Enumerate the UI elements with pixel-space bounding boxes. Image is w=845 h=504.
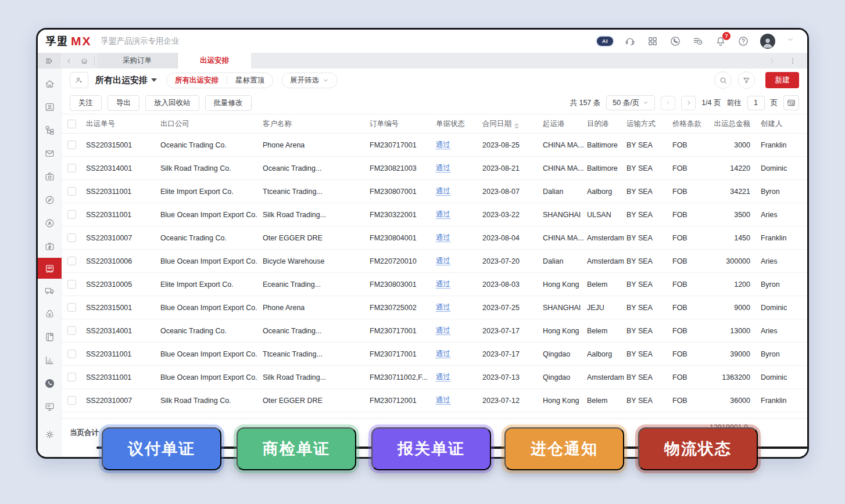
status-link[interactable]: 通过 bbox=[436, 233, 450, 242]
row-checkbox[interactable] bbox=[67, 164, 76, 172]
page-size-select[interactable]: 50 条/页 bbox=[606, 95, 655, 110]
notification-bell-icon[interactable]: 7 bbox=[715, 35, 726, 47]
table-row[interactable]: SS220314001 Oceanic Trading Co. Oceanic … bbox=[62, 319, 807, 343]
expand-filter-button[interactable]: 展开筛选 bbox=[281, 73, 338, 88]
row-checkbox[interactable] bbox=[67, 141, 76, 149]
user-avatar[interactable] bbox=[760, 34, 775, 49]
row-checkbox[interactable] bbox=[67, 257, 76, 265]
collapse-sidebar-icon[interactable] bbox=[38, 53, 61, 69]
apps-grid-icon[interactable] bbox=[647, 35, 658, 47]
money-bag-icon[interactable] bbox=[38, 302, 62, 325]
cell-price-terms: FOB bbox=[672, 164, 713, 172]
user-filter-icon[interactable] bbox=[70, 72, 88, 88]
recycle-bin-button[interactable]: 放入回收站 bbox=[145, 95, 199, 111]
status-link[interactable]: 通过 bbox=[436, 210, 450, 218]
status-link[interactable]: 通过 bbox=[436, 187, 450, 195]
task-history-icon[interactable] bbox=[692, 35, 704, 47]
mail-icon[interactable] bbox=[38, 142, 62, 165]
org-hierarchy-icon[interactable] bbox=[38, 118, 62, 142]
warehouse-notice-button[interactable]: 进仓通知 bbox=[504, 427, 624, 470]
nav-back-icon[interactable] bbox=[62, 57, 77, 65]
row-checkbox[interactable] bbox=[67, 373, 76, 381]
status-link[interactable]: 通过 bbox=[436, 164, 450, 172]
more-options-icon[interactable] bbox=[785, 57, 800, 65]
row-checkbox[interactable] bbox=[67, 233, 76, 242]
cell-creator: Aries bbox=[755, 327, 804, 335]
headset-support-icon[interactable] bbox=[624, 35, 636, 47]
row-checkbox[interactable] bbox=[67, 187, 76, 196]
table-row[interactable]: SS220315001 Blue Ocean Import Export Co.… bbox=[62, 296, 807, 319]
view-selector[interactable]: 所有出运安排 bbox=[95, 75, 157, 86]
tab-purchase-orders[interactable]: 采购订单 bbox=[97, 53, 178, 69]
filter-starred-top[interactable]: 星标置顶 bbox=[227, 73, 273, 88]
table-row[interactable]: SS220311001 Elite Import Export Co. Ttce… bbox=[62, 180, 807, 203]
row-checkbox[interactable] bbox=[67, 396, 76, 405]
row-checkbox[interactable] bbox=[67, 303, 76, 312]
col-header-creator: 创建人 bbox=[755, 119, 804, 129]
row-checkbox[interactable] bbox=[67, 350, 76, 358]
row-checkbox[interactable] bbox=[67, 280, 76, 289]
status-link[interactable]: 通过 bbox=[436, 280, 450, 288]
cell-order-no: FM230717001 bbox=[370, 327, 436, 335]
status-link[interactable]: 通过 bbox=[436, 373, 450, 381]
ai-assistant-icon[interactable]: AI bbox=[597, 37, 613, 46]
expand-filter-label: 展开筛选 bbox=[290, 75, 319, 85]
batch-edit-button[interactable]: 批量修改 bbox=[205, 95, 252, 111]
nav-home-icon[interactable] bbox=[77, 57, 92, 65]
compass-icon[interactable] bbox=[38, 188, 62, 211]
monitor-icon[interactable] bbox=[38, 395, 62, 418]
status-link[interactable]: 通过 bbox=[436, 303, 450, 311]
settings-gear-icon[interactable] bbox=[38, 423, 62, 446]
sort-icon[interactable] bbox=[514, 123, 519, 129]
contact-card-icon[interactable] bbox=[38, 95, 62, 118]
shipping-doc-icon[interactable] bbox=[38, 258, 62, 279]
table-settings-icon[interactable] bbox=[783, 95, 799, 110]
export-button[interactable]: 导出 bbox=[108, 95, 139, 111]
status-link[interactable]: 通过 bbox=[436, 257, 450, 265]
chevron-down-icon[interactable] bbox=[786, 35, 798, 47]
new-button[interactable]: 新建 bbox=[765, 72, 799, 88]
funnel-filter-icon[interactable] bbox=[737, 71, 755, 89]
table-row[interactable]: SS220314001 Silk Road Trading Co. Oceani… bbox=[62, 157, 807, 180]
notebook-icon[interactable] bbox=[38, 325, 62, 348]
tab-shipping-arrangement[interactable]: 出运安排 bbox=[178, 53, 251, 69]
cell-dest-port: ULSAN bbox=[587, 211, 626, 219]
prev-page-button[interactable] bbox=[661, 96, 675, 110]
home-icon[interactable] bbox=[38, 72, 62, 95]
negotiation-docs-button[interactable]: 议付单证 bbox=[102, 427, 221, 470]
table-row[interactable]: SS220311001 Blue Ocean Import Export Co.… bbox=[62, 366, 807, 389]
filter-all-shipments[interactable]: 所有出运安排 bbox=[167, 73, 227, 88]
status-link[interactable]: 通过 bbox=[436, 141, 450, 149]
logistics-status-button[interactable]: 物流状态 bbox=[638, 427, 758, 470]
whatsapp-sidebar-icon[interactable] bbox=[38, 372, 62, 395]
row-checkbox[interactable] bbox=[67, 210, 76, 219]
search-icon[interactable] bbox=[714, 71, 732, 89]
table-row[interactable]: SS220310005 Elite Import Export Co. Ecea… bbox=[62, 273, 807, 296]
table-row[interactable]: SS220310007 Oceanic Trading Co. Oter EGG… bbox=[62, 226, 807, 250]
customs-docs-button[interactable]: 报关单证 bbox=[371, 427, 491, 470]
status-link[interactable]: 通过 bbox=[436, 396, 450, 404]
table-row[interactable]: SS220311001 Blue Ocean Import Export Co.… bbox=[62, 203, 807, 226]
cell-order-no: FM230804001 bbox=[370, 234, 436, 242]
nav-forward-icon[interactable] bbox=[764, 57, 779, 65]
bar-chart-icon[interactable] bbox=[38, 348, 62, 372]
row-checkbox[interactable] bbox=[67, 326, 76, 335]
help-icon[interactable] bbox=[737, 35, 749, 47]
table-row[interactable]: SS220311001 Blue Ocean Import Export Co.… bbox=[62, 343, 807, 366]
next-page-button[interactable] bbox=[681, 96, 696, 110]
table-row[interactable]: SS220310006 Blue Ocean Import Export Co.… bbox=[62, 250, 807, 273]
circle-a-icon[interactable] bbox=[38, 211, 62, 235]
status-link[interactable]: 通过 bbox=[436, 326, 450, 334]
truck-icon[interactable] bbox=[38, 279, 62, 302]
follow-button[interactable]: 关注 bbox=[70, 95, 102, 111]
money-case-icon[interactable] bbox=[38, 235, 62, 258]
select-all-checkbox[interactable] bbox=[67, 120, 76, 128]
table-row[interactable]: SS220310007 Silk Road Trading Co. Oter E… bbox=[62, 389, 807, 412]
inspection-docs-button[interactable]: 商检单证 bbox=[237, 427, 356, 470]
status-link[interactable]: 通过 bbox=[436, 350, 450, 358]
goto-page-input[interactable] bbox=[747, 96, 765, 110]
table-row[interactable]: SS220315001 Oceanic Trading Co. Phone Ar… bbox=[62, 134, 807, 157]
briefcase-icon[interactable] bbox=[38, 165, 62, 188]
whatsapp-icon[interactable] bbox=[669, 35, 681, 47]
cell-contract-date: 2023-07-25 bbox=[482, 304, 543, 312]
